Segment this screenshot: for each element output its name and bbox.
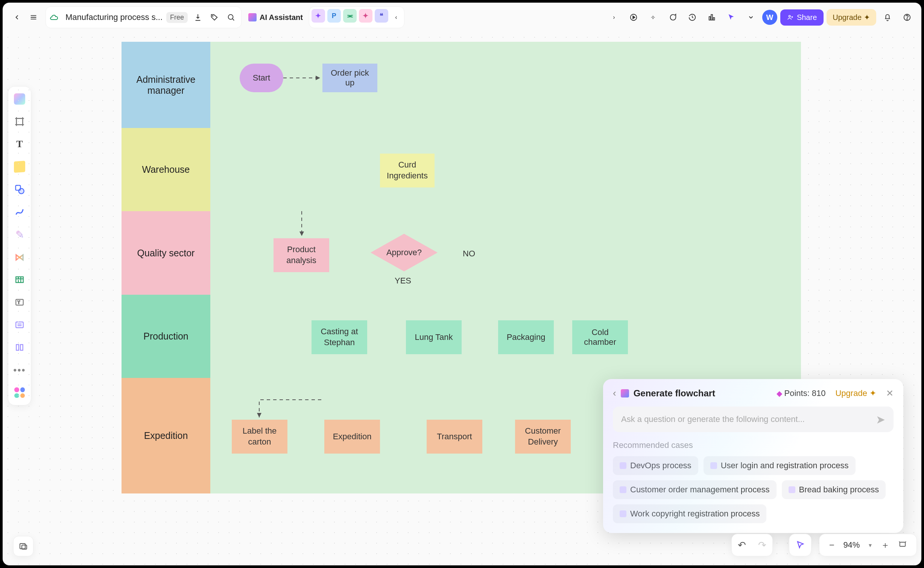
undo-button[interactable]: ↶: [738, 539, 746, 551]
cloud-sync-icon: [48, 12, 59, 23]
svg-point-3: [213, 15, 213, 16]
zoom-out-button[interactable]: −: [829, 540, 834, 550]
comment-icon[interactable]: [664, 9, 681, 26]
sparkle-icon[interactable]: ✧: [645, 9, 661, 26]
ai-panel-back[interactable]: ‹: [613, 387, 616, 399]
ai-assistant-button[interactable]: AI Assistant: [248, 13, 303, 22]
help-icon[interactable]: [899, 9, 915, 26]
recommended-title: Recommended cases: [613, 440, 894, 450]
svg-line-5: [233, 19, 234, 21]
chip-copyright[interactable]: Work copyright registration process: [613, 504, 766, 523]
node-customer-delivery[interactable]: Customer Delivery: [515, 420, 571, 454]
node-product-analysis[interactable]: Product analysis: [274, 238, 329, 272]
menu-button[interactable]: [25, 9, 42, 26]
play-icon[interactable]: [625, 9, 642, 26]
ai-upgrade-link[interactable]: Upgrade ✦: [835, 388, 876, 398]
bell-icon[interactable]: [879, 9, 896, 26]
lane-label-expedition[interactable]: Expedition: [122, 378, 210, 493]
cursor-tool-icon[interactable]: [723, 9, 740, 26]
back-button[interactable]: [9, 9, 25, 26]
undo-redo-bar: ↶ ↷: [731, 534, 773, 556]
user-avatar[interactable]: W: [762, 10, 777, 25]
zoom-in-button[interactable]: ＋: [881, 539, 890, 551]
lane-label-warehouse[interactable]: Warehouse: [122, 128, 210, 211]
zoom-percent[interactable]: 94%: [843, 540, 860, 550]
gem-icon: ◆: [777, 389, 782, 398]
node-packaging[interactable]: Packaging: [498, 320, 554, 354]
r-tool[interactable]: ✦: [359, 9, 372, 23]
svg-rect-10: [713, 18, 715, 20]
node-cold-chamber[interactable]: Cold chamber: [572, 320, 628, 354]
ai-assistant-label: AI Assistant: [260, 13, 303, 22]
redo-button[interactable]: ↷: [758, 539, 766, 551]
svg-rect-8: [709, 17, 711, 20]
lane-quality: Quality sector Product analysis Approve?…: [122, 211, 801, 295]
chip-dot-icon: [620, 462, 626, 469]
chip-dot-icon: [620, 486, 626, 493]
sparkle-tool[interactable]: ✦: [312, 9, 325, 23]
ai-points: ◆ Points: 810: [777, 388, 826, 398]
top-bar: Manufacturing process s... Free AI Assis…: [3, 3, 921, 32]
points-label: Points:: [784, 388, 810, 398]
ai-send-button[interactable]: ➤: [876, 413, 885, 426]
ai-logo-icon: [248, 13, 257, 21]
node-curd-ingredients[interactable]: Curd Ingredients: [380, 154, 435, 187]
history-icon[interactable]: [684, 9, 701, 26]
download-button[interactable]: [191, 9, 204, 26]
node-expedition[interactable]: Expedition: [324, 420, 380, 454]
c-tool[interactable]: ⫘: [343, 9, 357, 23]
chart-icon[interactable]: [704, 9, 720, 26]
chevron-right-icon[interactable]: ›: [606, 9, 622, 26]
node-casting[interactable]: Casting at Stephan: [312, 320, 367, 354]
share-label: Share: [797, 13, 817, 22]
svg-line-50: [905, 542, 906, 542]
chevron-left-small[interactable]: ‹: [391, 9, 402, 26]
document-title[interactable]: Manufacturing process s...: [65, 12, 163, 22]
chip-label: Bread baking process: [799, 485, 879, 495]
edge-label-yes: YES: [395, 276, 411, 286]
chip-label: User login and registration process: [721, 461, 849, 471]
presentation-mode-button[interactable]: [789, 534, 812, 556]
chip-label: Customer order management process: [630, 485, 770, 495]
layers-panel-button[interactable]: [13, 536, 33, 556]
fit-view-button[interactable]: [898, 540, 907, 550]
node-lung-tank[interactable]: Lung Tank: [406, 320, 462, 354]
chip-order-mgmt[interactable]: Customer order management process: [613, 480, 777, 499]
p-tool[interactable]: P: [327, 9, 341, 23]
chip-devops[interactable]: DevOps process: [613, 456, 698, 475]
tag-button[interactable]: [208, 9, 221, 26]
node-order-pickup[interactable]: Order pick up: [322, 64, 377, 92]
node-start[interactable]: Start: [240, 64, 283, 92]
lane-label-admin[interactable]: Administrative manager: [122, 42, 210, 128]
node-label-carton[interactable]: Label the carton: [232, 420, 287, 454]
share-button[interactable]: Share: [780, 9, 824, 26]
chip-label: DevOps process: [630, 461, 691, 471]
search-button[interactable]: [225, 9, 237, 26]
plan-badge: Free: [166, 12, 188, 23]
upgrade-button[interactable]: Upgrade✦: [827, 9, 876, 26]
lane-label-quality[interactable]: Quality sector: [122, 211, 210, 295]
ai-panel-close[interactable]: ✕: [886, 388, 894, 399]
lane-production: Production Casting at Stephan Lung Tank …: [122, 295, 801, 378]
ai-tools-group: ✦ P ⫘ ✦ ❝ ‹: [309, 6, 404, 28]
svg-line-49: [899, 542, 900, 542]
chip-bread[interactable]: Bread baking process: [782, 480, 886, 499]
chip-user-login[interactable]: User login and registration process: [704, 456, 856, 475]
svg-marker-7: [633, 16, 635, 18]
ai-prompt-input[interactable]: [621, 414, 876, 424]
node-transport[interactable]: Transport: [427, 420, 482, 454]
chip-label: Work copyright registration process: [630, 509, 760, 519]
zoom-dropdown[interactable]: ▾: [869, 542, 872, 549]
svg-point-13: [907, 19, 907, 20]
node-approve-decision[interactable]: Approve?: [371, 234, 438, 271]
lane-admin: Administrative manager Start Order pick …: [122, 42, 801, 128]
chip-dot-icon: [789, 486, 795, 493]
points-value: 810: [812, 388, 826, 398]
q-tool[interactable]: ❝: [375, 9, 388, 23]
zoom-bar: − 94% ▾ ＋: [819, 534, 917, 556]
chip-dot-icon: [620, 510, 626, 517]
ai-panel-title: Generate flowchart: [634, 388, 715, 399]
lane-label-production[interactable]: Production: [122, 295, 210, 378]
lane-warehouse: Warehouse Curd Ingredients: [122, 128, 801, 211]
chevron-down-icon[interactable]: [743, 9, 759, 26]
